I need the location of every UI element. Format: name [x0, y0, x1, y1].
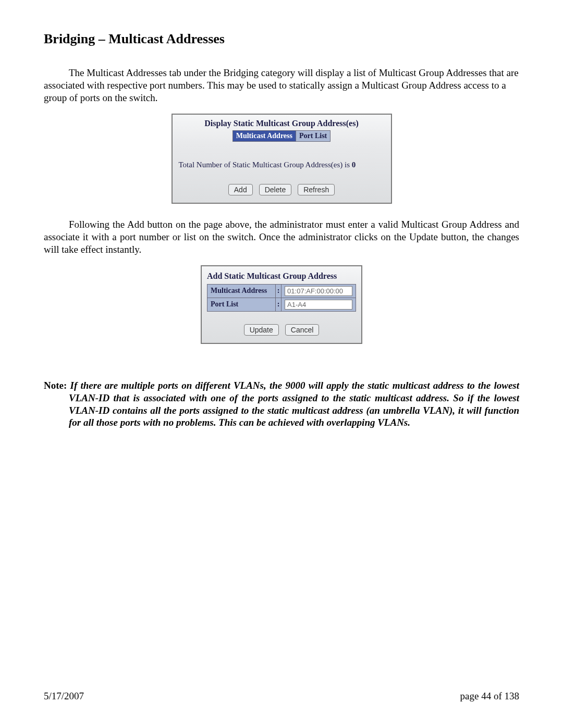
- footer-page-info: page 44 of 138: [460, 690, 519, 702]
- total-prefix: Total Number of Static Multicast Group A…: [179, 161, 352, 169]
- port-list-input[interactable]: [285, 300, 352, 310]
- page-heading: Bridging – Multicast Addresses: [44, 31, 519, 47]
- add-multicast-title: Add Static Multicast Group Address: [207, 272, 356, 281]
- add-button[interactable]: Add: [228, 184, 253, 195]
- note-label: Note:: [44, 380, 70, 391]
- label-multicast-address: Multicast Address: [207, 284, 276, 298]
- add-multicast-panel: Add Static Multicast Group Address Multi…: [201, 265, 362, 344]
- cell-port-list: [282, 298, 356, 311]
- note-paragraph: Note: If there are multiple ports on dif…: [44, 379, 519, 429]
- form-row-port-list: Port List :: [207, 298, 356, 311]
- multicast-address-input[interactable]: [285, 286, 352, 296]
- note-body: If there are multiple ports on different…: [69, 380, 519, 428]
- total-value: 0: [352, 161, 356, 169]
- refresh-button[interactable]: Refresh: [298, 184, 335, 195]
- display-multicast-panel: Display Static Multicast Group Address(e…: [172, 114, 392, 204]
- colon-icon: :: [276, 284, 282, 298]
- delete-button[interactable]: Delete: [259, 184, 291, 195]
- paragraph-intro: The Multicast Addresses tab under the Br…: [44, 67, 519, 104]
- col-multicast-address: Multicast Address: [232, 130, 296, 141]
- cell-multicast-address: [282, 284, 356, 298]
- multicast-header-table: Multicast Address Port List: [232, 130, 331, 142]
- label-port-list: Port List: [207, 298, 276, 311]
- total-line: Total Number of Static Multicast Group A…: [179, 161, 385, 169]
- display-multicast-title: Display Static Multicast Group Address(e…: [179, 119, 385, 128]
- paragraph-followup: Following the Add button on the page abo…: [44, 218, 519, 256]
- footer-date: 5/17/2007: [44, 690, 84, 702]
- colon-icon: :: [276, 298, 282, 311]
- cancel-button[interactable]: Cancel: [285, 324, 320, 336]
- update-button[interactable]: Update: [244, 324, 279, 336]
- add-multicast-form: Multicast Address : Port List :: [207, 284, 356, 312]
- col-port-list: Port List: [296, 130, 330, 141]
- form-row-multicast-address: Multicast Address :: [207, 284, 356, 298]
